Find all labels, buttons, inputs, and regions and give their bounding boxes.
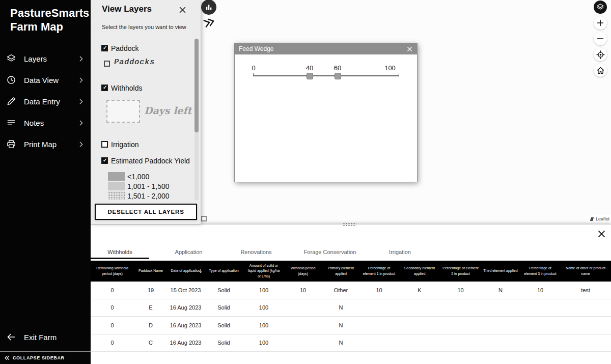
sidebar-menu: Layers Data View Data Entry Notes Print …: [0, 48, 91, 155]
sidebar-item-notes[interactable]: Notes: [0, 112, 91, 133]
slider-track[interactable]: [253, 75, 399, 76]
home-button[interactable]: [594, 64, 607, 77]
estimated-yield-label: Estimated Paddock Yield: [111, 157, 190, 165]
slider-handle-low[interactable]: [307, 73, 313, 79]
map-attribution[interactable]: Leaflet: [588, 215, 611, 223]
bar-chart-button[interactable]: [201, 0, 216, 15]
col-header-withhold-period[interactable]: Withhold period (days): [284, 261, 322, 282]
withholds-checkbox[interactable]: [101, 85, 108, 91]
table-cell: 100: [244, 322, 284, 328]
sidebar-item-label: Data View: [24, 76, 78, 85]
feed-wedge-close-button[interactable]: [406, 46, 413, 52]
sidebar-item-label: Print Map: [24, 140, 78, 149]
table-cell: N: [481, 287, 520, 293]
feed-wedge-popup: Feed Wedge 0 40 60 100: [234, 43, 418, 182]
sidebar-item-data-view[interactable]: Data View: [0, 69, 91, 91]
col-header-third-element[interactable]: Third element applied: [481, 261, 520, 282]
home-icon: [596, 66, 605, 75]
exit-farm-button[interactable]: Exit Farm: [0, 328, 91, 346]
panel-scrollbar-track: [195, 39, 199, 201]
slider-label-0: 0: [252, 64, 255, 72]
slider-tick-end: [399, 73, 399, 75]
table-row: 0 E 16 Aug 2023 Solid 100 N: [91, 299, 611, 317]
table-cell: Solid: [204, 340, 244, 346]
table-cell: 10: [359, 287, 399, 293]
slider-handle-high[interactable]: [335, 73, 341, 79]
yield-legend-2: 1,001 - 1,500: [127, 182, 170, 190]
col-header-percentage-element-2[interactable]: Percentage of element 2 in product: [440, 261, 481, 282]
collapse-sidebar-label: COLLAPSE SIDEBAR: [13, 355, 65, 360]
paddock-checkbox[interactable]: [101, 45, 108, 51]
col-header-percentage-element-1[interactable]: Percentage of element 1 in product: [359, 261, 399, 282]
col-header-primary-element[interactable]: Primary element applied: [322, 261, 359, 282]
days-left-preview-label: Days left: [144, 105, 191, 116]
close-icon: [178, 6, 187, 14]
bottom-panel-close-button[interactable]: [597, 229, 606, 239]
withholds-label: Withholds: [111, 84, 142, 92]
collapse-sidebar-button[interactable]: COLLAPSE SIDEBAR: [0, 351, 91, 364]
col-header-paddock-name[interactable]: Paddock Name: [134, 261, 168, 282]
slider-label-60: 60: [334, 64, 341, 72]
map-corner-control[interactable]: [201, 216, 207, 221]
locate-button[interactable]: [594, 48, 607, 61]
table-cell: N: [322, 304, 359, 311]
chevron-right-icon: [78, 55, 85, 62]
withholds-table: Remaining Withhold period (days) Paddock…: [91, 261, 611, 352]
tab-withholds[interactable]: Withholds: [91, 245, 149, 259]
panel-scrollbar-thumb[interactable]: [195, 39, 199, 132]
app-title: PastureSmarts Farm Map: [0, 0, 91, 34]
exit-farm-label: Exit Farm: [24, 333, 57, 342]
zoom-out-button[interactable]: [594, 32, 607, 45]
col-header-percentage-element-3[interactable]: Percentage of element 3 in product: [520, 261, 560, 282]
table-cell: Solid: [204, 322, 244, 328]
table-cell: 0: [91, 304, 134, 311]
chevron-right-icon: [78, 120, 85, 126]
app-title-line2: Farm Map: [10, 20, 91, 34]
feed-wedge-header[interactable]: Feed Wedge: [235, 43, 417, 54]
tab-renovations[interactable]: Renovations: [228, 245, 284, 259]
paddock-label: Paddock: [111, 44, 138, 52]
sidebar-item-layers[interactable]: Layers: [0, 48, 91, 69]
paddocks-preview-checkbox[interactable]: [104, 61, 110, 67]
table-row: 0 D 16 Aug 2023 Solid 100 N: [91, 317, 611, 334]
chevron-right-icon: [78, 141, 85, 148]
col-header-remaining-withhold[interactable]: Remaining Withhold period (days): [91, 261, 134, 282]
table-cell: test: [560, 287, 611, 293]
printer-icon: [6, 139, 16, 149]
zoom-in-button[interactable]: [594, 16, 607, 30]
double-chevron-left-icon: [4, 355, 10, 361]
tab-forage-conservation[interactable]: Forage Conservation: [284, 245, 376, 259]
panel-close-button[interactable]: [178, 6, 187, 14]
deselect-all-layers-button[interactable]: DESELECT ALL LAYERS: [95, 204, 197, 220]
pencil-icon: [6, 96, 16, 106]
map-layers-button[interactable]: [594, 1, 607, 14]
tab-application[interactable]: Application: [149, 245, 228, 259]
table-header-row: Remaining Withhold period (days) Paddock…: [91, 261, 611, 282]
estimated-yield-checkbox[interactable]: [101, 157, 108, 164]
table-cell: 100: [244, 287, 284, 293]
table-cell: Other: [322, 287, 359, 293]
irrigation-label: Irrigation: [111, 141, 138, 149]
yield-legend-1: <1,000: [127, 173, 149, 181]
col-header-other-product-name[interactable]: Name of other or product name: [560, 261, 611, 282]
sidebar-item-print-map[interactable]: Print Map: [0, 133, 91, 155]
col-header-type-of-application[interactable]: Type of application: [204, 261, 244, 282]
table-cell: 15 Oct 2023: [168, 287, 204, 293]
slider-label-40: 40: [306, 64, 313, 72]
col-header-amount-applied[interactable]: Amount of solid or liquid applied (kg/ha…: [244, 261, 284, 282]
withholds-preview-box: [106, 100, 140, 123]
layers-icon: [6, 53, 16, 64]
bar-chart-icon: [205, 3, 213, 11]
sidebar-item-data-entry[interactable]: Data Entry: [0, 91, 91, 112]
active-tab-indicator: [91, 258, 149, 259]
table-cell: 16 Aug 2023: [168, 322, 204, 328]
tab-irrigation[interactable]: Irrigation: [376, 245, 424, 259]
irrigation-checkbox[interactable]: [101, 141, 108, 148]
col-header-secondary-element[interactable]: Secondary element applied: [399, 261, 440, 282]
panel-drag-handle[interactable]: [343, 222, 356, 227]
view-layers-panel: View Layers Select the layers you want t…: [91, 0, 201, 224]
yield-legend-3: 1,501 - 2,000: [127, 192, 170, 200]
close-icon: [597, 229, 606, 239]
table-cell: 0: [91, 287, 134, 293]
col-header-date-of-application[interactable]: Date of application: [168, 261, 204, 282]
